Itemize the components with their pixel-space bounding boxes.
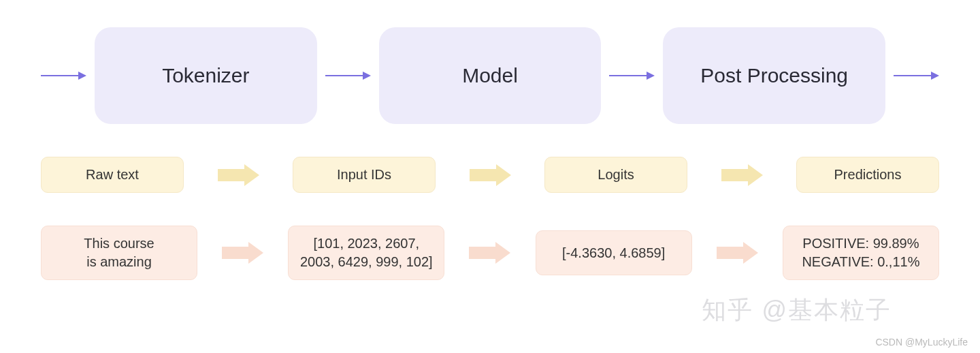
pipeline-row: Tokenizer Model Post Processing bbox=[41, 27, 939, 124]
labels-row: Raw text Input IDs Logits Predictions bbox=[41, 157, 939, 193]
arrow-icon bbox=[721, 164, 763, 186]
arrow-icon bbox=[469, 242, 510, 264]
arrow-icon bbox=[218, 164, 259, 186]
arrow-icon bbox=[41, 72, 86, 80]
arrow-icon bbox=[609, 72, 655, 80]
label-logits: Logits bbox=[544, 157, 687, 193]
label-input-ids: Input IDs bbox=[293, 157, 436, 193]
arrow-icon bbox=[717, 242, 758, 264]
examples-row: This courseis amazing [101, 2023, 2607,2… bbox=[41, 226, 939, 280]
stage-tokenizer: Tokenizer bbox=[95, 27, 317, 124]
label-raw-text: Raw text bbox=[41, 157, 184, 193]
watermark-csdn: CSDN @MyLuckyLife bbox=[875, 337, 968, 348]
example-predictions: POSITIVE: 99.89%NEGATIVE: 0.,11% bbox=[783, 226, 939, 280]
arrow-icon bbox=[470, 164, 511, 186]
stage-post-processing: Post Processing bbox=[663, 27, 885, 124]
arrow-icon bbox=[222, 242, 263, 264]
example-input-ids: [101, 2023, 2607,2003, 6429, 999, 102] bbox=[288, 226, 444, 280]
stage-model: Model bbox=[379, 27, 602, 124]
label-predictions: Predictions bbox=[796, 157, 939, 193]
arrow-icon bbox=[894, 72, 939, 80]
watermark-zhihu: 知乎 @基本粒子 bbox=[702, 294, 892, 327]
arrow-icon bbox=[325, 72, 371, 80]
example-raw-text: This courseis amazing bbox=[41, 226, 197, 280]
example-logits: [-4.3630, 4.6859] bbox=[536, 230, 692, 275]
